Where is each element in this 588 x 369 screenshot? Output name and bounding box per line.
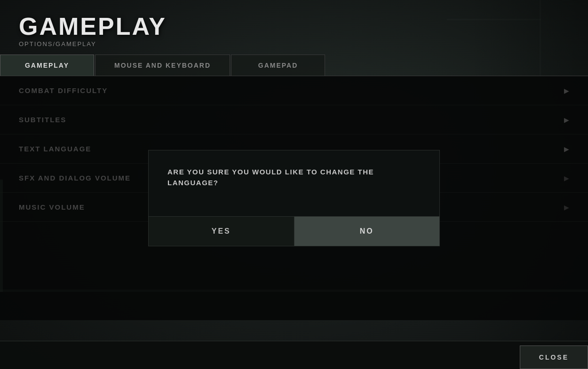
modal-no-button[interactable]: NO — [294, 217, 440, 246]
tab-mouse-keyboard[interactable]: MOUSE AND KEYBOARD — [95, 55, 230, 76]
modal-yes-button[interactable]: YES — [149, 217, 294, 246]
modal-question: ARE YOU SURE YOU WOULD LIKE TO CHANGE TH… — [149, 150, 439, 217]
page-title: GAMEPLAY — [19, 14, 569, 39]
tab-gamepad[interactable]: GAMEPAD — [231, 55, 325, 76]
modal-overlay: ARE YOU SURE YOU WOULD LIKE TO CHANGE TH… — [0, 76, 588, 320]
tab-gameplay[interactable]: GAMEPLAY — [0, 55, 94, 76]
main-wrapper: GAMEPLAY OPTIONS/GAMEPLAY GAMEPLAY MOUSE… — [0, 0, 588, 369]
breadcrumb: OPTIONS/GAMEPLAY — [19, 40, 569, 47]
modal-dialog: ARE YOU SURE YOU WOULD LIKE TO CHANGE TH… — [148, 150, 440, 246]
content-area: COMBAT DIFFICULTY ▶ SUBTITLES ▶ TEXT LAN… — [0, 76, 588, 320]
header: GAMEPLAY OPTIONS/GAMEPLAY — [0, 0, 588, 55]
bottom-strip: CLOSE — [0, 341, 588, 369]
modal-buttons: YES NO — [149, 217, 439, 246]
close-button[interactable]: CLOSE — [520, 345, 588, 369]
tabs-container: GAMEPLAY MOUSE AND KEYBOARD GAMEPAD — [0, 55, 588, 76]
